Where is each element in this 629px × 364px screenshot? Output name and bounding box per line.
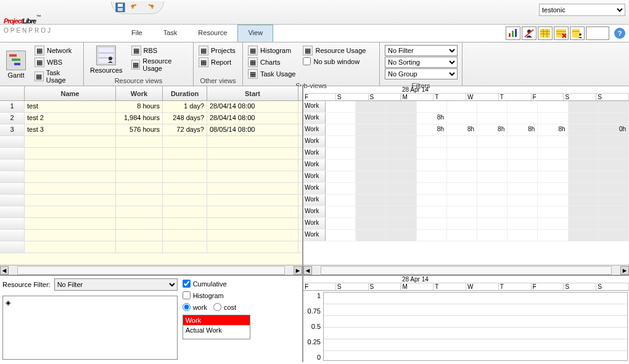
measure-list[interactable]: WorkActual Work [183, 315, 250, 339]
redo-icon[interactable] [145, 2, 155, 12]
timeline-row[interactable]: Work8h8h8h8h8h0h [303, 124, 629, 136]
ribbon-item-charts[interactable]: ▦Charts [247, 57, 297, 68]
gantt-button[interactable]: Gantt [2, 44, 30, 86]
svg-rect-7 [540, 29, 550, 38]
table-row[interactable] [0, 195, 302, 206]
item-icon: ▦ [248, 46, 258, 55]
ribbon-item-projects[interactable]: ▦Projects [197, 45, 237, 56]
grid-header: Name Work Duration Start [0, 86, 302, 101]
horizontal-scrollbar[interactable]: ◄ ► [0, 265, 302, 275]
histogram-y-axis: 10.750.50.250 [303, 291, 322, 362]
table-row[interactable] [0, 136, 302, 148]
timeline-row[interactable]: Work8h [303, 113, 629, 124]
blank-view-icon[interactable] [586, 26, 609, 40]
filter-select[interactable]: No Filter [385, 45, 458, 56]
menu-resource[interactable]: Resource [187, 25, 237, 42]
timeline-row[interactable]: Work [303, 101, 629, 113]
save-icon[interactable] [115, 2, 125, 12]
ribbon-other-views: ▦Projects▦Report Other views [194, 42, 243, 86]
ribbon-item-no-sub-window[interactable]: No sub window [302, 57, 367, 66]
table-row[interactable] [0, 183, 302, 195]
ribbon-item-report[interactable]: ▦Report [197, 57, 237, 68]
ribbon-item-task-usage[interactable]: ▦Task Usage [247, 68, 297, 79]
table-row[interactable] [0, 241, 302, 253]
horizontal-scrollbar[interactable]: ◄ ► [303, 265, 629, 275]
dow-cell: S [596, 94, 629, 100]
timeline-row[interactable]: Work [303, 136, 629, 148]
col-start[interactable]: Start [207, 86, 298, 100]
chart-icon[interactable] [506, 26, 520, 40]
col-duration[interactable]: Duration [163, 86, 207, 100]
table-row[interactable]: 2test 21,984 hours248 days?28/04/14 08:0… [0, 113, 302, 124]
y-tick: 0.75 [305, 307, 321, 315]
ribbon-item-network[interactable]: ▦Network [33, 45, 80, 56]
menu-view[interactable]: View [237, 25, 273, 42]
timeline-row[interactable]: Work [303, 171, 629, 183]
help-icon[interactable]: ? [614, 28, 625, 39]
grid-body[interactable]: 1test8 hours1 day?28/04/14 08:002test 21… [0, 101, 302, 265]
table-row[interactable] [0, 148, 302, 160]
ribbon-item-histogram[interactable]: ▦Histogram [247, 45, 297, 56]
table-row[interactable] [0, 171, 302, 183]
undo-icon[interactable] [130, 2, 140, 12]
table-row[interactable] [0, 206, 302, 218]
ribbon-item-task-usage[interactable]: ▦Task Usage [33, 68, 80, 84]
ribbon-item-wbs[interactable]: ▦WBS [33, 57, 80, 68]
svg-point-17 [579, 33, 582, 36]
resources-button[interactable]: Resources [86, 44, 126, 76]
table-row[interactable] [0, 230, 302, 241]
svg-rect-4 [512, 31, 514, 37]
group-select[interactable]: No Group [385, 68, 458, 79]
timeline-row[interactable]: Work [303, 148, 629, 160]
cost-radio[interactable]: cost [213, 303, 236, 311]
ribbon-item-resource-usage[interactable]: ▦Resource Usage [130, 57, 189, 73]
timeline-body[interactable]: WorkWork8hWork8h8h8h8h8h0hWorkWorkWorkWo… [303, 101, 629, 265]
menu-task[interactable]: Task [153, 25, 188, 42]
ribbon-item-rbs[interactable]: ▦RBS [130, 45, 189, 56]
timeline-row[interactable]: Work [303, 206, 629, 218]
svg-rect-21 [99, 48, 113, 63]
scroll-right-icon[interactable]: ► [620, 266, 629, 275]
y-tick: 0 [305, 354, 321, 361]
histogram-checkbox[interactable]: Histogram [183, 291, 250, 299]
resource-list[interactable]: ◈ [2, 296, 178, 360]
scroll-left-icon[interactable]: ◄ [0, 266, 9, 275]
histogram-plot[interactable] [323, 292, 628, 361]
grid-yellow-icon[interactable] [538, 26, 553, 40]
timeline-row[interactable]: Work [303, 230, 629, 241]
grid-user-icon[interactable] [570, 26, 585, 40]
item-icon: ▦ [131, 46, 141, 55]
scroll-right-icon[interactable]: ► [294, 266, 302, 275]
resource-filter-select[interactable]: No Filter [54, 278, 178, 291]
item-icon: ▦ [199, 46, 208, 55]
table-row[interactable]: 3test 3576 hours72 days?08/05/14 08:00 [0, 124, 302, 136]
table-row[interactable] [0, 218, 302, 230]
svg-rect-5 [515, 29, 517, 37]
quick-access-toolbar [111, 1, 164, 14]
ribbon-group-label: Other views [196, 76, 240, 84]
table-row[interactable] [0, 160, 302, 171]
sort-select[interactable]: No Sorting [385, 57, 458, 68]
ribbon-sub-views: ▦Histogram▦Charts▦Task Usage ▦Resource U… [243, 42, 380, 86]
timeline-row[interactable]: Work [303, 195, 629, 206]
project-selector[interactable]: testonic [539, 4, 625, 16]
scroll-left-icon[interactable]: ◄ [303, 266, 312, 275]
timeline-row[interactable]: Work [303, 218, 629, 230]
measure-option[interactable]: Work [183, 315, 250, 325]
resource-icon[interactable] [522, 26, 536, 40]
col-work[interactable]: Work [116, 86, 163, 100]
ribbon-task-views: Gantt ▦Network▦WBS▦Task Usage Task views [0, 42, 84, 86]
item-icon: ▦ [35, 71, 44, 81]
col-name[interactable]: Name [25, 86, 116, 100]
timeline-row[interactable]: Work [303, 160, 629, 171]
menu-file[interactable]: File [121, 25, 153, 42]
work-radio[interactable]: work [183, 303, 207, 311]
col-index[interactable] [0, 86, 25, 100]
ribbon-item-resource-usage[interactable]: ▦Resource Usage [302, 45, 367, 56]
dow-cell: S [596, 283, 629, 290]
measure-option[interactable]: Actual Work [183, 325, 250, 335]
grid-delete-icon[interactable] [554, 26, 569, 40]
cumulative-checkbox[interactable]: Cumulative [183, 280, 250, 288]
timeline-row[interactable]: Work [303, 183, 629, 195]
table-row[interactable]: 1test8 hours1 day?28/04/14 08:00 [0, 101, 302, 113]
